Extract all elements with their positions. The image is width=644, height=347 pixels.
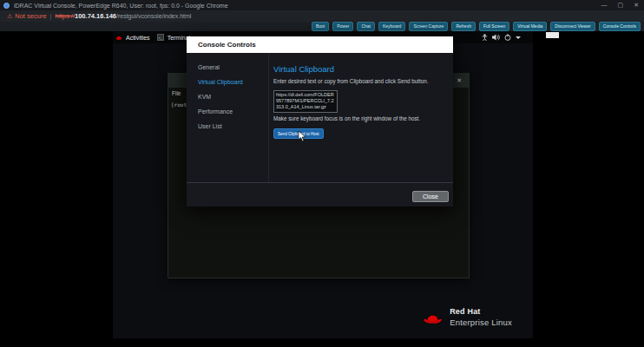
browser-titlebar: iDRAC Virtual Console, PowerEdge R640, U… [0,0,644,10]
screen-capture-button[interactable]: Screen Capture [409,22,448,31]
close-button[interactable]: ✕ [634,0,639,10]
dialog-header[interactable]: Console Controls [187,36,453,53]
dialog-tab-general[interactable]: General [198,64,268,70]
virtual-media-button[interactable]: Virtual Media [513,22,547,31]
terminal-close-icon[interactable]: ✕ [457,77,462,84]
power-button[interactable]: Power [332,22,353,31]
dialog-tab-virtual-clipboard[interactable]: Virtual Clipboard [198,79,268,85]
disconnect-viewer-button[interactable]: Disconnect Viewer [550,22,595,31]
white-window-fragment [546,32,559,38]
warning-icon[interactable]: ⚠ [7,13,12,20]
url-divider: | [50,12,52,20]
window-title: iDRAC Virtual Console, PowerEdge R640, U… [14,3,228,9]
minimize-button[interactable]: — [601,0,608,10]
browser-window: iDRAC Virtual Console, PowerEdge R640, U… [0,0,644,347]
dialog-title: Console Controls [198,41,256,49]
dialog-tab-user-list[interactable]: User List [198,123,268,129]
pane-note: Make sure keyboard focus is on the right… [273,115,449,121]
chevron-down-icon [516,36,521,39]
terminal-app-icon: >_ [157,34,164,41]
chrome-icon [3,3,10,9]
dialog-close-button[interactable]: Close [412,191,449,202]
keyboard-button[interactable]: Keyboard [378,22,405,31]
activities-button[interactable]: Activities [126,35,150,41]
brand-redhat-text: Red Hat [450,307,512,316]
url-path[interactable]: /restgui/vconsole/index.html [116,13,191,19]
accessibility-icon [482,34,488,41]
rhel-brand: Red Hat Enterprise Linux [421,307,512,328]
maximize-button[interactable]: ▢ [618,0,624,10]
virtual-clipboard-pane: Virtual Clipboard Enter desired text or … [273,53,449,139]
pane-description: Enter desired text or copy from Clipboar… [273,78,449,84]
dialog-footer: Close [187,182,453,206]
window-controls: — ▢ ✕ [601,0,640,10]
console-controls-button[interactable]: Console Controls [599,22,641,31]
boot-button[interactable]: Boot [312,22,329,31]
mouse-cursor [298,130,306,142]
idrac-toolbar: Boot Power Chat Keyboard Screen Capture … [0,22,644,31]
chat-button[interactable]: Chat [357,22,375,31]
not-secure-label[interactable]: Not secure [15,12,46,20]
url-host[interactable]: 100.74.16.146 [75,12,116,20]
console-controls-dialog: Console Controls General Virtual Clipboa… [187,36,453,206]
dialog-body: General Virtual Clipboard KVM Performanc… [187,53,453,182]
pane-heading: Virtual Clipboard [273,64,449,74]
url-scheme: https:// [56,12,76,20]
refresh-button[interactable]: Refresh [451,22,476,31]
redhat-fedora-icon [421,309,444,328]
brand-enterprise-linux-text: Enterprise Linux [450,318,512,327]
power-icon [504,34,511,41]
dialog-tab-performance[interactable]: Performance [198,108,268,115]
volume-icon [492,34,500,41]
gnome-status-area[interactable] [482,31,521,43]
dialog-tab-kvm[interactable]: KVM [198,94,268,100]
dialog-sidebar: General Virtual Clipboard KVM Performanc… [187,53,269,182]
clipboard-textarea[interactable]: https://dl.dell.com/FOLDER9577897M/1/PER… [273,90,338,113]
full-screen-button[interactable]: Full Screen [479,22,509,31]
redhat-icon [115,35,122,41]
browser-urlbar: ⚠ Not secure | https:// 100.74.16.146 /r… [0,10,644,22]
terminal-file-menu[interactable]: File [172,90,181,96]
